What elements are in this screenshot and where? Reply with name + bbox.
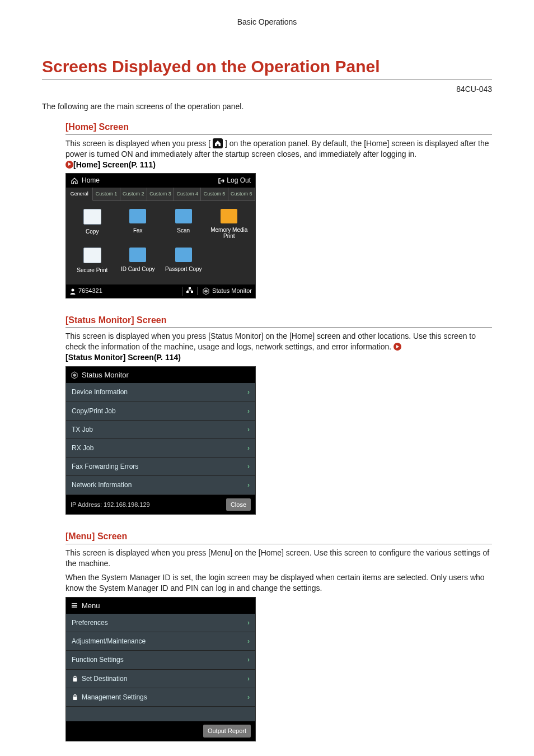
tab-general[interactable]: General [66, 188, 93, 201]
tab-custom2[interactable]: Custom 2 [120, 188, 147, 201]
scan-icon [175, 209, 192, 223]
list-item[interactable]: Copy/Print Job› [66, 402, 255, 421]
status-title-label: Status Monitor [82, 370, 129, 380]
page-title: Screens Displayed on the Operation Panel [42, 55, 492, 80]
icon-fax[interactable]: Fax [115, 207, 161, 246]
list-item[interactable]: Adjustment/Maintenance› [66, 632, 255, 651]
link-icon [65, 161, 73, 169]
passport-icon [175, 248, 192, 262]
status-screenshot: Status Monitor Device Information› Copy/… [65, 366, 256, 515]
home-title-label: Home [82, 176, 100, 185]
section-menu-desc2: When the System Manager ID is set, the l… [65, 572, 492, 594]
breadcrumb: Basic Operations [42, 17, 492, 27]
list-item[interactable]: RX Job› [66, 439, 255, 458]
tab-row: General Custom 1 Custom 2 Custom 3 Custo… [66, 188, 255, 201]
list-item[interactable]: Fax Forwarding Errors› [66, 458, 255, 476]
chevron-right-icon: › [247, 388, 250, 396]
icon-memory[interactable]: Memory Media Print [207, 207, 252, 246]
list-item[interactable]: Set Destination› [66, 670, 255, 688]
network-icon [186, 287, 194, 293]
menu-title-label: Menu [82, 601, 100, 611]
chevron-right-icon: › [247, 637, 250, 646]
icon-idcard[interactable]: ID Card Copy [115, 245, 161, 280]
section-home-heading: [Home] Screen [65, 121, 492, 135]
tab-custom6[interactable]: Custom 6 [228, 188, 255, 201]
status-monitor-label: Status Monitor [212, 287, 252, 295]
svg-rect-3 [191, 291, 193, 293]
chevron-right-icon: › [247, 674, 250, 683]
lock-icon [72, 694, 78, 701]
lock-icon [72, 675, 78, 682]
svg-rect-12 [73, 697, 77, 700]
icon-copy[interactable]: Copy [69, 207, 115, 246]
menu-titlebar: Menu [66, 598, 255, 614]
svg-marker-5 [204, 290, 208, 293]
menu-icon [71, 601, 78, 609]
section-status-heading: [Status Monitor] Screen [65, 314, 492, 328]
close-button[interactable]: Close [226, 498, 251, 511]
copy-icon [83, 209, 101, 225]
status-monitor-icon [202, 287, 210, 295]
status-bottombar: IP Address: 192.168.198.129 Close [66, 495, 255, 515]
svg-marker-7 [73, 374, 76, 377]
list-item[interactable]: Function Settings› [66, 651, 255, 669]
svg-point-0 [72, 288, 74, 291]
user-icon [69, 288, 76, 295]
icon-passport[interactable]: Passport Copy [161, 245, 207, 280]
svg-rect-2 [186, 291, 189, 293]
svg-rect-8 [72, 603, 77, 604]
logout-button[interactable]: Log Out [218, 176, 251, 185]
chevron-right-icon: › [247, 444, 250, 452]
section-status: [Status Monitor] Screen This screen is d… [65, 314, 492, 515]
output-report-button[interactable]: Output Report [203, 725, 251, 738]
list-item[interactable]: Management Settings› [66, 688, 255, 707]
home-button-icon [213, 138, 223, 148]
chevron-right-icon: › [247, 425, 250, 434]
intro-text: The following are the main screens of th… [42, 101, 492, 112]
section-home: [Home] Screen This screen is displayed w… [65, 121, 492, 298]
list-item[interactable]: Preferences› [66, 614, 255, 632]
icon-empty [207, 245, 252, 280]
svg-rect-11 [73, 678, 77, 682]
status-monitor-icon [71, 371, 78, 379]
svg-rect-10 [72, 606, 77, 608]
section-home-desc-1: This screen is displayed when you press … [65, 139, 210, 148]
link-icon [394, 343, 401, 351]
status-monitor-button[interactable]: Status Monitor [197, 287, 252, 295]
home-titlebar: Home Log Out [66, 174, 255, 187]
chevron-right-icon: › [247, 407, 250, 416]
list-item[interactable]: Device Information› [66, 383, 255, 402]
home-icon [71, 177, 78, 185]
list-item[interactable]: TX Job› [66, 421, 255, 439]
tab-custom5[interactable]: Custom 5 [201, 188, 228, 201]
secure-icon [83, 248, 101, 263]
logout-icon [218, 178, 224, 184]
section-status-desc: This screen is displayed when you press … [65, 331, 492, 363]
home-statusbar: 7654321 Status Monitor [66, 284, 255, 298]
svg-rect-9 [72, 605, 77, 606]
icon-scan[interactable]: Scan [161, 207, 207, 246]
chevron-right-icon: › [247, 693, 250, 702]
menu-screenshot: Menu Preferences› Adjustment/Maintenance… [65, 597, 256, 741]
user-id: 7654321 [78, 287, 102, 295]
icon-secure[interactable]: Secure Print [69, 245, 115, 280]
list-item[interactable]: Network Information› [66, 476, 255, 494]
chevron-right-icon: › [247, 618, 250, 627]
status-ref-link[interactable]: [Status Monitor] Screen(P. 114) [65, 353, 181, 362]
section-home-desc: This screen is displayed when you press … [65, 138, 492, 170]
tab-custom3[interactable]: Custom 3 [147, 188, 174, 201]
section-menu-heading: [Menu] Screen [65, 530, 492, 544]
tab-custom1[interactable]: Custom 1 [93, 188, 120, 201]
ip-address-label: IP Address: 192.168.198.129 [71, 501, 226, 509]
memory-icon [221, 209, 237, 223]
svg-rect-1 [189, 287, 191, 289]
chevron-right-icon: › [247, 480, 250, 489]
doc-code: 84CU-043 [42, 84, 492, 95]
home-screenshot: Home Log Out General Custom 1 Custom 2 C… [65, 173, 256, 298]
section-menu-desc1: This screen is displayed when you press … [65, 548, 492, 569]
tab-custom4[interactable]: Custom 4 [174, 188, 201, 201]
home-ref-link[interactable]: [Home] Screen(P. 111) [73, 160, 156, 169]
logout-label: Log Out [227, 176, 251, 185]
list-spacer [66, 707, 255, 721]
menu-bottombar: Output Report [66, 721, 255, 741]
